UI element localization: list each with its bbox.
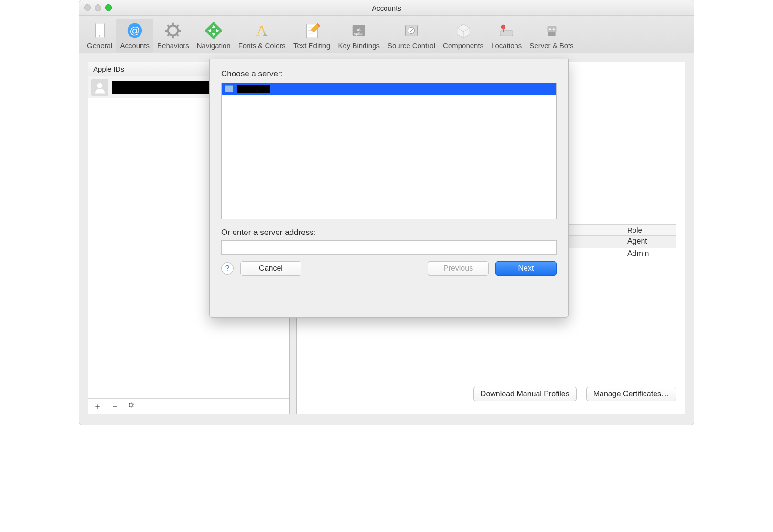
- tab-label: Navigation: [197, 42, 231, 50]
- detail-buttons: Download Manual Profiles Manage Certific…: [473, 387, 676, 401]
- tab-behaviors[interactable]: Behaviors: [153, 19, 193, 53]
- tab-label: Accounts: [120, 42, 150, 50]
- choose-server-sheet: Choose a server: Or enter a server addre…: [209, 59, 569, 318]
- tab-label: Source Control: [387, 42, 435, 50]
- text-edit-icon: [302, 21, 322, 41]
- tab-label: Behaviors: [157, 42, 189, 50]
- svg-rect-37: [547, 26, 556, 32]
- svg-line-50: [129, 406, 130, 407]
- device-icon: [90, 21, 110, 41]
- titlebar: Accounts: [79, 0, 694, 16]
- svg-line-9: [168, 25, 170, 27]
- tab-fonts-colors[interactable]: A Fonts & Colors: [235, 19, 290, 53]
- tab-label: General: [87, 42, 112, 50]
- role-cell: Admin: [623, 248, 676, 261]
- tab-label: Fonts & Colors: [238, 42, 286, 50]
- svg-point-39: [549, 28, 551, 30]
- font-color-icon: A: [252, 21, 272, 41]
- gear-icon: [163, 21, 183, 41]
- tab-key-bindings[interactable]: altoption Key Bindings: [334, 19, 384, 53]
- close-window-button[interactable]: [84, 4, 91, 11]
- tab-label: Locations: [491, 42, 522, 50]
- disk-icon: [496, 21, 516, 41]
- tab-navigation[interactable]: Navigation: [193, 19, 235, 53]
- minimize-window-button[interactable]: [95, 4, 101, 11]
- svg-text:A: A: [257, 22, 268, 39]
- svg-text:@: @: [130, 25, 140, 36]
- computer-icon: [225, 85, 233, 92]
- next-button[interactable]: Next: [495, 261, 557, 276]
- tab-label: Components: [443, 42, 483, 50]
- role-column-header[interactable]: Role: [623, 225, 676, 235]
- svg-line-48: [133, 406, 133, 407]
- svg-line-11: [177, 25, 179, 27]
- vault-icon: [401, 21, 421, 41]
- preferences-window: Accounts General @ Accounts Behaviors: [79, 0, 694, 425]
- svg-point-40: [552, 28, 554, 30]
- svg-line-49: [133, 403, 133, 404]
- svg-line-10: [177, 34, 179, 36]
- key-icon: altoption: [349, 21, 369, 41]
- download-profiles-button[interactable]: Download Manual Profiles: [473, 387, 577, 401]
- server-row[interactable]: [222, 83, 556, 95]
- tab-accounts[interactable]: @ Accounts: [116, 19, 153, 53]
- window-controls: [84, 4, 112, 11]
- tab-label: Server & Bots: [529, 42, 574, 50]
- svg-rect-34: [500, 31, 513, 36]
- server-name-redacted: [237, 85, 270, 93]
- server-address-label: Or enter a server address:: [221, 228, 557, 237]
- bot-icon: [542, 21, 562, 41]
- svg-point-1: [99, 35, 100, 37]
- svg-point-4: [168, 26, 178, 36]
- cancel-button[interactable]: Cancel: [240, 261, 301, 276]
- at-sign-icon: @: [125, 21, 145, 41]
- server-address-input[interactable]: [221, 240, 557, 255]
- svg-rect-38: [548, 32, 555, 36]
- zoom-window-button[interactable]: [105, 4, 112, 11]
- svg-line-12: [168, 34, 170, 36]
- svg-point-42: [130, 404, 133, 406]
- svg-text:alt: alt: [357, 28, 361, 31]
- svg-point-41: [97, 83, 103, 88]
- package-icon: [453, 21, 473, 41]
- sidebar-footer: ＋ －: [88, 398, 289, 414]
- tab-label: Text Editing: [293, 42, 331, 50]
- tab-source-control[interactable]: Source Control: [384, 19, 439, 53]
- tab-text-editing[interactable]: Text Editing: [290, 19, 334, 53]
- role-cell: Agent: [623, 236, 676, 248]
- account-actions-button[interactable]: [128, 401, 135, 411]
- manage-certificates-button[interactable]: Manage Certificates…: [586, 387, 676, 401]
- window-title: Accounts: [84, 4, 689, 12]
- tab-components[interactable]: Components: [439, 19, 487, 53]
- help-button[interactable]: ?: [221, 262, 234, 275]
- choose-server-label: Choose a server:: [221, 69, 557, 79]
- svg-text:option: option: [354, 32, 363, 36]
- tab-label: Key Bindings: [338, 42, 380, 50]
- svg-rect-13: [204, 21, 223, 40]
- preferences-toolbar: General @ Accounts Behaviors Navigation …: [79, 16, 694, 53]
- tab-general[interactable]: General: [83, 19, 116, 53]
- person-icon: [91, 79, 108, 96]
- tab-server-bots[interactable]: Server & Bots: [526, 19, 578, 53]
- previous-button: Previous: [428, 261, 489, 276]
- sheet-button-row: ? Cancel Previous Next: [221, 261, 557, 276]
- navigation-icon: [204, 21, 224, 41]
- tab-locations[interactable]: Locations: [487, 19, 526, 53]
- server-list[interactable]: [221, 83, 557, 219]
- remove-account-button[interactable]: －: [110, 401, 119, 412]
- add-account-button[interactable]: ＋: [93, 401, 102, 412]
- svg-line-47: [129, 403, 130, 404]
